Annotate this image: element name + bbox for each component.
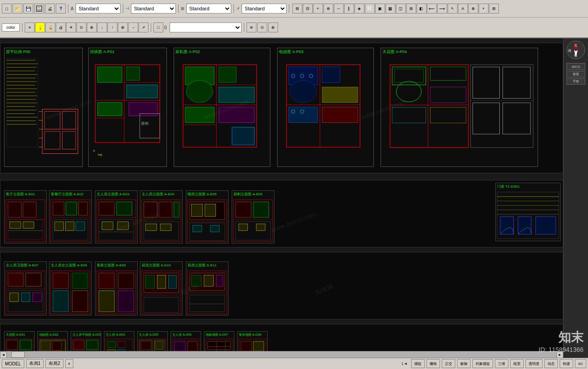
- scroll-left-btn[interactable]: ◄: [0, 351, 7, 358]
- sheet-ae03-content: [95, 198, 137, 245]
- snap-btn[interactable]: 捕捉: [411, 359, 425, 368]
- add-layout-btn[interactable]: +: [65, 359, 73, 368]
- layer-btn-2[interactable]: 💡: [35, 22, 45, 32]
- layout2-tab[interactable]: 布局2: [45, 359, 63, 368]
- sheet-row-1: 原平比例 P00: [0, 43, 563, 173]
- scroll-track[interactable]: [7, 351, 557, 358]
- svg-rect-144: [500, 216, 514, 234]
- grid-btn[interactable]: 栅格: [426, 359, 440, 368]
- tool-14[interactable]: ⟵: [427, 4, 437, 14]
- model-tab[interactable]: MODEL: [2, 359, 24, 368]
- properties-dropdown[interactable]: [170, 22, 242, 32]
- svg-rect-183: [7, 340, 18, 350]
- tool-9[interactable]: ▣: [375, 4, 385, 14]
- tool-19[interactable]: +: [479, 4, 489, 14]
- osnap-btn[interactable]: 对象捕捉: [472, 359, 493, 368]
- tool-12[interactable]: ⊞: [406, 4, 416, 14]
- wcs-button[interactable]: WCS: [566, 63, 585, 70]
- lw-btn[interactable]: 线宽: [510, 359, 524, 368]
- text-icon: A: [71, 6, 74, 11]
- sep6: [22, 23, 22, 32]
- top-view-btn[interactable]: 俯视: [566, 71, 585, 77]
- layout1-tab[interactable]: 布局1: [26, 359, 44, 368]
- status-bar: MODEL 布局1 布局2 + 1◄ 捕捉 栅格 正交 极轴 对象捕捉 三维 线…: [0, 358, 588, 369]
- tool-6[interactable]: ∥: [344, 4, 354, 14]
- layer-btn-3[interactable]: 🔒: [45, 22, 55, 32]
- layer-btn-11[interactable]: →: [128, 22, 138, 32]
- tool-10[interactable]: ▦: [386, 4, 395, 14]
- tool-17[interactable]: A: [458, 4, 468, 14]
- sheet-t2ds01-content: [496, 190, 560, 242]
- svg-rect-118: [174, 202, 179, 217]
- sheet-ae10: 厨房立面图 A-E10: [140, 261, 183, 315]
- layer-btn-5[interactable]: ☀: [66, 22, 76, 32]
- polar-btn[interactable]: 极轴: [457, 359, 471, 368]
- layer-btn-4[interactable]: 🖨: [56, 22, 66, 32]
- tool-8[interactable]: ⬜: [365, 4, 375, 14]
- layer-btn-9[interactable]: ↑: [108, 22, 117, 32]
- props-btn-3[interactable]: ⊗: [268, 22, 278, 32]
- svg-rect-24: [45, 112, 60, 130]
- color-selector[interactable]: color: [2, 23, 20, 32]
- svg-rect-213: [155, 342, 163, 349]
- dim-icon: ⊣: [126, 6, 129, 11]
- dim-style-dropdown[interactable]: Standard: [131, 4, 176, 14]
- tool-4[interactable]: ⊕: [323, 4, 333, 14]
- table-style-dropdown[interactable]: Standard: [186, 4, 231, 14]
- horizontal-scrollbar[interactable]: ◄ ►: [0, 351, 563, 358]
- text-style-dropdown[interactable]: Standard: [76, 4, 121, 14]
- open-button[interactable]: 📂: [13, 4, 22, 14]
- tool-7[interactable]: ◈: [355, 4, 364, 14]
- sheet-ae11-content: [186, 269, 228, 317]
- help-button[interactable]: ?: [56, 4, 66, 14]
- pan-btn[interactable]: 平移: [566, 78, 585, 85]
- sheet-ap02-content: [174, 56, 270, 168]
- mleader-style-dropdown[interactable]: Standard: [242, 4, 287, 14]
- new-button[interactable]: □: [2, 4, 12, 14]
- svg-rect-180: [190, 295, 224, 312]
- tool-5[interactable]: ─: [334, 4, 344, 14]
- layer-btn-7[interactable]: ⊗: [87, 22, 97, 32]
- table-icon: ⊞: [181, 6, 184, 11]
- tool-15[interactable]: ⟶: [437, 4, 447, 14]
- sheet-ae07: 主人房卫面图 A-E07: [4, 261, 47, 315]
- layer-btn-1[interactable]: ≡: [25, 22, 35, 32]
- sheet-ap01-content: A 平面 图例: [89, 56, 166, 168]
- layer-btn-12[interactable]: ↗: [139, 22, 148, 32]
- save-button[interactable]: 💾: [23, 4, 33, 14]
- scroll-thumb[interactable]: [11, 351, 25, 358]
- print-button[interactable]: 🖨: [45, 4, 55, 14]
- props-btn-2[interactable]: ⊙: [257, 22, 267, 32]
- svg-rect-158: [72, 273, 88, 288]
- ortho-btn[interactable]: 正交: [442, 359, 455, 368]
- sheet-ae04-content: [140, 198, 182, 245]
- trans-btn[interactable]: 透明度: [525, 359, 543, 368]
- tool-1[interactable]: ⊞: [292, 4, 302, 14]
- cad-drawing-ae03: [95, 198, 137, 244]
- layer-btn-6[interactable]: ⊙: [76, 22, 86, 32]
- layer-btn-8[interactable]: ↓: [97, 22, 107, 32]
- sc-btn[interactable]: SC: [575, 359, 586, 368]
- sep8: [244, 23, 244, 32]
- 3d-btn[interactable]: 三维: [495, 359, 508, 368]
- tool-16[interactable]: ↖: [448, 4, 458, 14]
- quick-btn[interactable]: 快捷: [560, 359, 573, 368]
- canvas-area[interactable]: www.znzmo.com www.znzmo.com www.znzmo.co…: [0, 38, 588, 369]
- tool-18[interactable]: ⊕: [468, 4, 478, 14]
- mleader-icon: ↗: [236, 6, 240, 11]
- layer-btn-10[interactable]: ⊕: [118, 22, 128, 32]
- svg-rect-165: [99, 291, 114, 312]
- dyn-btn[interactable]: 动态: [544, 359, 558, 368]
- svg-rect-177: [192, 275, 202, 286]
- tool-13[interactable]: ◧: [417, 4, 426, 14]
- cad-drawing-ae07: [4, 269, 46, 316]
- tool-3[interactable]: +: [313, 4, 323, 14]
- svg-rect-192: [53, 342, 61, 350]
- sep4: [233, 4, 234, 13]
- tool-2[interactable]: ⊟: [303, 4, 313, 14]
- saveas-button[interactable]: [34, 4, 44, 14]
- tool-20[interactable]: ⊞: [489, 4, 499, 14]
- layer-vis-btn[interactable]: □: [153, 22, 163, 32]
- tool-11[interactable]: ◫: [396, 4, 406, 14]
- match-props-btn[interactable]: ≋: [247, 22, 256, 32]
